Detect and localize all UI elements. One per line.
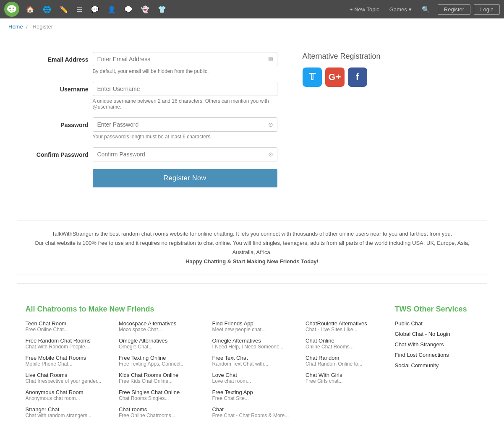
password-input-wrapper: ⊙ [93, 117, 277, 132]
list-item[interactable]: Omegle AlternativesOmegle Chat... [119, 338, 208, 350]
link-main[interactable]: Chat Random [306, 355, 395, 361]
facebook-login-button[interactable]: f [348, 68, 367, 87]
list-item[interactable]: Live Chat RoomsChat Irrespective of your… [26, 372, 115, 384]
nav-speech-icon[interactable]: 🗨️ [121, 4, 136, 15]
link-sub: Omegle Chat... [119, 344, 208, 350]
password-toggle-icon[interactable]: ⊙ [268, 121, 273, 128]
facebook-icon: f [356, 72, 359, 83]
nav-user-icon[interactable]: 👤 [104, 4, 119, 15]
list-item[interactable]: Kids Chat Rooms OnlineFree Kids Chat Onl… [119, 372, 208, 384]
email-input[interactable] [93, 52, 277, 66]
link-main[interactable]: Live Chat Rooms [26, 372, 115, 378]
list-item[interactable]: ChatFree Chat - Chat Rooms & More... [212, 406, 302, 418]
registration-form: Email Address ✉ By default, your email w… [34, 52, 277, 195]
link-main[interactable]: Free Text Chat [212, 355, 302, 361]
nav-globe-icon[interactable]: 🌐 [39, 4, 55, 15]
password-input[interactable] [93, 117, 277, 132]
username-field-wrap: A unique username between 2 and 16 chara… [93, 82, 277, 110]
breadcrumb-home[interactable]: Home [8, 23, 23, 30]
register-btn-row: Register Now [34, 169, 277, 187]
confirm-toggle-icon[interactable]: ⊙ [268, 151, 273, 158]
password-row: Password ⊙ Your password's length must b… [34, 117, 277, 140]
nav-shirt-icon[interactable]: 👕 [154, 4, 170, 15]
link-main[interactable]: Free Singles Chat Online [119, 389, 208, 395]
link-main[interactable]: Love Chat [212, 372, 302, 378]
nav-list-icon[interactable]: ☰ [73, 4, 86, 15]
list-item[interactable]: Free Text ChatRandom Text Chat with... [212, 355, 302, 367]
link-main[interactable]: Stranger Chat [26, 406, 115, 413]
confirm-password-row: Confirm Password ⊙ [34, 147, 277, 161]
link-main[interactable]: Free Texting Online [119, 355, 208, 361]
link-main[interactable]: Omegle Alternatives [212, 338, 302, 344]
link-sub: Chat - Live Sites Like... [306, 327, 395, 332]
link-main[interactable]: Anonymous Chat Room [26, 389, 115, 395]
email-row: Email Address ✉ By default, your email w… [34, 52, 277, 74]
twitter-login-button[interactable]: 𝕋 [303, 68, 322, 87]
list-item[interactable]: Chat RandomChat Random Online to... [306, 355, 395, 367]
list-item[interactable]: Chat OnlineOnline Chat Rooms... [306, 338, 395, 350]
link-main[interactable]: Find Friends App [212, 320, 302, 327]
link-main[interactable]: Omegle Alternatives [119, 338, 208, 344]
list-item[interactable]: Find Friends AppMeet new people chat... [212, 320, 302, 332]
tws-link-item[interactable]: Global Chat - No Login [395, 331, 479, 337]
tws-links-container: Public ChatGlobal Chat - No LoginChat Wi… [395, 320, 479, 369]
link-sub: Free Chat Site... [212, 395, 302, 401]
link-main[interactable]: Chat Online [306, 338, 395, 344]
list-item[interactable]: Chat With GirlsFree Girls chat... [306, 372, 395, 384]
nav-home-icon[interactable]: 🏠 [23, 4, 38, 15]
link-sub: Anonymous chat room... [26, 395, 115, 401]
list-item[interactable]: Anonymous Chat RoomAnonymous chat room..… [26, 389, 115, 401]
login-nav-button[interactable]: Login [474, 4, 500, 15]
list-item[interactable]: Free Texting OnlineFree Texting Apps, Co… [119, 355, 208, 367]
link-main[interactable]: Free Random Chat Rooms [26, 338, 115, 344]
breadcrumb: Home / Register [0, 18, 504, 35]
link-main[interactable]: Mocospace Alternatives [119, 320, 208, 327]
google-login-button[interactable]: G+ [325, 68, 345, 87]
link-main[interactable]: Free Mobile Chat Rooms [26, 355, 115, 361]
tws-link-item[interactable]: Public Chat [395, 320, 479, 327]
main-content: Email Address ✉ By default, your email w… [9, 35, 496, 444]
link-main[interactable]: Chat [212, 406, 302, 413]
chatrooms-section: All Chatrooms to Make New Friends Teen C… [26, 305, 395, 423]
new-topic-button[interactable]: + New Topic [345, 5, 384, 14]
list-item[interactable]: Mocospace AlternativesMoco space Chat... [119, 320, 208, 332]
breadcrumb-separator: / [26, 23, 28, 30]
list-item[interactable]: ChatRoulette AlternativesChat - Live Sit… [306, 320, 395, 332]
nav-wechat-icon[interactable]: 💬 [87, 4, 102, 15]
svg-point-3 [13, 8, 14, 9]
register-nav-button[interactable]: Register [438, 4, 470, 15]
username-row: Username A unique username between 2 and… [34, 82, 277, 110]
nav-snapchat-icon[interactable]: 👻 [138, 4, 153, 15]
link-main[interactable]: Teen Chat Room [26, 320, 115, 327]
search-icon[interactable]: 🔍 [418, 4, 434, 15]
link-main[interactable]: ChatRoulette Alternatives [306, 320, 395, 327]
list-item[interactable]: Free Texting AppFree Chat Site... [212, 389, 302, 401]
username-input[interactable] [93, 82, 277, 96]
tws-link-item[interactable]: Social Community [395, 362, 479, 369]
link-main[interactable]: Chat rooms [119, 406, 208, 413]
link-sub: Random Text Chat with... [212, 361, 302, 367]
confirm-input[interactable] [93, 147, 277, 161]
list-item[interactable]: Free Mobile Chat RoomsMobile Phone Chat.… [26, 355, 115, 367]
site-logo[interactable] [4, 2, 19, 17]
link-main[interactable]: Kids Chat Rooms Online [119, 372, 208, 378]
link-sub: Meet new people chat... [212, 327, 302, 332]
register-now-button[interactable]: Register Now [93, 169, 277, 187]
nav-pencil-icon[interactable]: ✏️ [56, 4, 71, 15]
tws-link-item[interactable]: Find Lost Connections [395, 352, 479, 358]
tws-link-item[interactable]: Chat With Strangers [395, 341, 479, 348]
games-dropdown[interactable]: Games ▾ [385, 5, 416, 14]
navbar: 🏠 🌐 ✏️ ☰ 💬 👤 🗨️ 👻 👕 + New Topic Games ▾ … [0, 0, 504, 18]
link-main[interactable]: Free Texting App [212, 389, 302, 395]
link-main[interactable]: Chat With Girls [306, 372, 395, 378]
list-item[interactable]: Omegle AlternativesI Need Help, I Need S… [212, 338, 302, 350]
list-item[interactable]: Free Singles Chat OnlineChat Rooms Singl… [119, 389, 208, 401]
list-item[interactable]: Chat roomsFree Online Chatrooms... [119, 406, 208, 418]
footer-line1: TalkWithStranger is the best random chat… [26, 229, 479, 239]
list-item[interactable]: Free Random Chat RoomsChat With Random P… [26, 338, 115, 350]
links-col-2: Mocospace AlternativesMoco space Chat...… [119, 320, 208, 423]
list-item[interactable]: Teen Chat RoomFree Online Chat... [26, 320, 115, 332]
list-item[interactable]: Love ChatLove chat room... [212, 372, 302, 384]
username-help: A unique username between 2 and 16 chara… [93, 98, 277, 110]
list-item[interactable]: Stranger ChatChat with random strangers.… [26, 406, 115, 418]
